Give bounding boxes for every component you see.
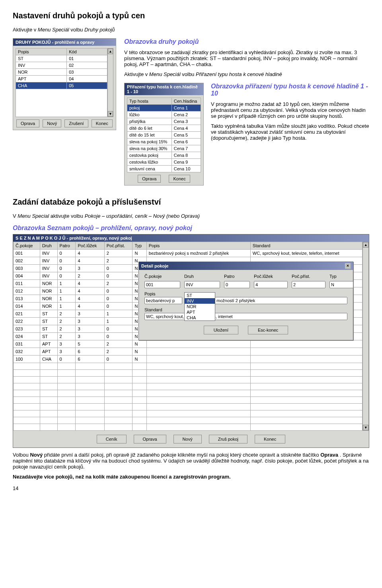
table-row <box>14 370 363 377</box>
win1-zruseni-button[interactable]: Zrušení <box>64 119 88 127</box>
nested-p2: V programu je možno zadat až 10 typů cen… <box>211 101 369 119</box>
win1-oprava-button[interactable]: Oprava <box>16 119 39 127</box>
win3-col-druh: Druh <box>40 242 57 250</box>
table-row <box>14 363 363 370</box>
table-row <box>14 424 363 431</box>
footer-p2: Nezadávejte více pokojů, než na kolik má… <box>13 474 369 480</box>
detail-input-c[interactable] <box>144 281 180 288</box>
win2-oprava-button[interactable]: Oprava <box>138 175 161 183</box>
win3-zrus-button[interactable]: Zruš pokoj <box>209 435 248 443</box>
nested-p3: Takto vyplněná tabulka Vám může sloužit … <box>211 123 369 141</box>
win3-scrollbar[interactable]: ▲ ▼ <box>363 242 369 431</box>
win1-scrollbar[interactable]: ▲ ▼ <box>107 48 113 117</box>
table-row[interactable]: dítě do 6 letCena 4 <box>127 125 201 132</box>
table-row <box>14 404 363 410</box>
win2-konec-button[interactable]: Konec <box>169 175 190 183</box>
detail-input-popis-b[interactable] <box>215 297 347 304</box>
table-row[interactable]: přistýlkaCena 3 <box>127 118 201 125</box>
table-row[interactable]: smluvní cenaCena 10 <box>127 166 201 172</box>
win3-konec-button[interactable]: Konec <box>255 435 285 443</box>
nested-instruction: Aktivujte v Menu Speciál volbu Přiřazení… <box>124 71 369 77</box>
win1-table: Popis Kód ST01INV02NOR03APT04CHA05 <box>16 48 107 117</box>
section2-heading: Obrazovka Seznam pokojů – prohlížení, op… <box>13 225 369 232</box>
win1-title-text: DRUHY POKOJŮ - prohlížení a opravy <box>16 40 94 45</box>
table-row <box>14 397 363 404</box>
table-row[interactable]: pokojCena 1 <box>127 105 201 111</box>
druh-dropdown[interactable]: STINVNORAPTCHA <box>184 292 215 321</box>
table-row <box>14 417 363 424</box>
table-row[interactable]: sleva na pokoj 30%Cena 7 <box>127 145 201 152</box>
scroll-up-icon[interactable]: ▲ <box>363 242 368 248</box>
table-row <box>14 377 363 383</box>
right-heading-1: Obrazovka druhy pokojů <box>124 38 369 45</box>
scroll-up-icon[interactable]: ▲ <box>108 49 113 54</box>
s2-instr-pre: V <box>13 213 18 219</box>
table-row[interactable]: INV02 <box>16 62 107 69</box>
table-row[interactable]: dítě do 15 letCena 5 <box>127 132 201 139</box>
detail-label-popis: Popis <box>144 291 347 296</box>
section1-title: Nastavení druhů pokojů a typů cen <box>13 11 369 20</box>
table-row[interactable]: APT04 <box>16 76 107 82</box>
detail-label-typ: Typ <box>329 274 353 279</box>
win3-col-luzek: Poč.lůžek <box>76 242 104 250</box>
win3-novy-button[interactable]: Nový <box>173 435 202 443</box>
footer-p1-b: přidáte první a další pokoj, při opravě … <box>44 452 320 458</box>
detail-input-druh[interactable] <box>184 281 220 288</box>
detail-title-text: Detail pokoje <box>141 264 168 268</box>
table-row[interactable]: CHA05 <box>16 82 107 89</box>
win1-novy-button[interactable]: Nový <box>43 119 61 127</box>
dropdown-option[interactable]: NOR <box>185 304 215 309</box>
page-number: 14 <box>13 485 369 491</box>
win3-cenik-button[interactable]: Ceník <box>97 435 127 443</box>
dropdown-option[interactable]: INV <box>185 298 215 304</box>
win1-konec-button[interactable]: Konec <box>92 119 113 127</box>
win3-oprava-button[interactable]: Oprava <box>134 435 166 443</box>
table-row[interactable]: 100CHA060N <box>14 356 363 363</box>
scroll-down-icon[interactable]: ▼ <box>363 425 368 430</box>
table-row[interactable]: NOR03 <box>16 69 107 76</box>
detail-ulozeni-button[interactable]: Uložení <box>204 326 238 334</box>
dropdown-option[interactable]: ST <box>185 293 215 298</box>
table-row[interactable]: cestovka pokojCena 8 <box>127 152 201 159</box>
table-row[interactable]: sleva na pokoj 15%Cena 6 <box>127 139 201 145</box>
detail-label-druh: Druh <box>184 274 220 279</box>
win2-col-typ: Typ hosta <box>127 98 172 105</box>
detail-input-patro[interactable] <box>224 281 250 288</box>
detail-label-standard: Standard <box>144 307 347 312</box>
detail-input-prist[interactable] <box>292 281 325 288</box>
table-row[interactable]: cestovka lůžkoCena 9 <box>127 159 201 166</box>
detail-label-patro: Patro <box>224 274 250 279</box>
win1-col-kod: Kód <box>67 49 107 55</box>
druhy-pokoju-window: DRUHY POKOJŮ - prohlížení a opravy Popis… <box>13 38 116 130</box>
seznam-pokoju-window: S E Z N A M P O K O J Ů - prohlížení, op… <box>13 234 369 448</box>
dropdown-option[interactable]: APT <box>185 309 215 315</box>
table-row[interactable]: 001INV042Nbezbariérový pokoj s možností … <box>14 250 363 257</box>
detail-input-luzek[interactable] <box>254 281 288 288</box>
prirazeni-window: Přiřazení typu hosta k cen.hladině 1 - 1… <box>124 83 204 186</box>
detail-esc-button[interactable]: Esc-konec <box>248 326 288 334</box>
detail-input-typ[interactable] <box>329 281 353 288</box>
footer-p1: Volbou Nový přidáte první a další pokoj,… <box>13 452 369 470</box>
close-icon[interactable]: × <box>345 263 351 269</box>
s2-instr-menu: Menu Special <box>18 213 49 219</box>
win2-table: Typ hosta Cen.hladina pokojCena 1lůžkoCe… <box>127 98 201 172</box>
s1-instr-menu: Menu Speciál <box>38 27 69 33</box>
section2-title: Zadání databáze pokojů a příslušenství <box>13 197 369 207</box>
table-row[interactable]: ST01 <box>16 55 107 62</box>
s1-instr-mid: volbu <box>70 27 84 33</box>
detail-input-popis-a[interactable] <box>144 297 182 304</box>
table-row[interactable]: lůžkoCena 2 <box>127 111 201 118</box>
detail-input-standard[interactable] <box>144 313 347 320</box>
win3-col-patro: Patro <box>57 242 76 250</box>
win3-title-text: S E Z N A M P O K O J Ů - prohlížení, op… <box>16 236 132 240</box>
win3-col-typ: Typ <box>133 242 146 250</box>
table-row <box>14 390 363 397</box>
table-row <box>14 410 363 417</box>
table-row[interactable]: 031APT352N <box>14 340 363 348</box>
s1-instr-pre: Aktivujte v <box>13 27 38 33</box>
scroll-down-icon[interactable]: ▼ <box>108 111 113 117</box>
table-row <box>14 383 363 390</box>
right-p1: V této obrazovce se zadávají zkratky pro… <box>124 49 369 67</box>
dropdown-option[interactable]: CHA <box>185 315 215 320</box>
table-row[interactable]: 032APT362N <box>14 348 363 356</box>
